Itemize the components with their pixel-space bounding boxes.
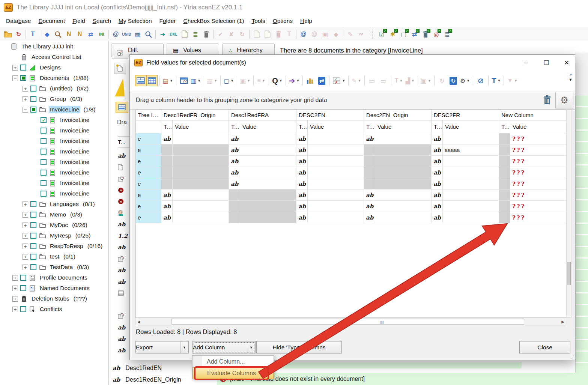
refresh-selection-icon[interactable]: ↻ xyxy=(237,29,248,39)
type-cell[interactable] xyxy=(364,167,375,178)
tree-checkbox[interactable] xyxy=(41,128,47,134)
value-cell[interactable] xyxy=(308,167,364,178)
type-cell[interactable]: ab xyxy=(296,212,308,223)
target-check-icon[interactable]: ◎✓ xyxy=(431,29,442,39)
at-disabled-icon[interactable]: @ xyxy=(309,29,320,39)
type-cell[interactable] xyxy=(161,144,173,155)
subheader-value[interactable]: Value xyxy=(443,120,499,133)
tree-info-cell[interactable]: e xyxy=(136,189,161,200)
value-cell[interactable] xyxy=(443,201,499,212)
maximize-button[interactable]: ☐ xyxy=(538,56,555,69)
value-cell[interactable] xyxy=(375,212,432,223)
column-list-icon[interactable]: ▤▼ xyxy=(206,75,218,86)
export-dropdown-arrow[interactable]: ▼ xyxy=(180,341,188,353)
tree-item-profile-documents[interactable]: +Profile Documents xyxy=(0,272,108,283)
type-cell[interactable] xyxy=(499,189,510,200)
value-cell[interactable] xyxy=(240,212,296,223)
expand-icon[interactable]: + xyxy=(12,307,18,312)
tree-item-invoiceline[interactable]: InvoiceLine xyxy=(0,136,108,146)
swap-check-icon[interactable]: ⇄✓ xyxy=(409,29,420,39)
expand-icon[interactable]: + xyxy=(23,244,28,249)
type-cell[interactable]: ab xyxy=(432,167,443,178)
expand-icon[interactable]: + xyxy=(12,65,18,71)
export-doc-icon[interactable]: ➔ xyxy=(157,29,168,39)
new-page-button[interactable]: ✱ xyxy=(114,63,126,74)
title-doc-disabled-icon[interactable]: T xyxy=(284,29,295,39)
type-cell[interactable]: ab xyxy=(432,156,443,167)
grid-vertical-scrollbar[interactable] xyxy=(566,110,571,318)
tree-checkbox[interactable] xyxy=(41,180,47,186)
trash-check-icon[interactable]: ✓ xyxy=(420,29,431,39)
tree-checkbox[interactable] xyxy=(41,191,47,197)
subheader-type[interactable]: T... xyxy=(499,120,510,133)
type-cell[interactable] xyxy=(229,201,240,212)
tree-item-the-library-jjjj-init[interactable]: The Library JJJJ init xyxy=(0,41,108,52)
settings-save-icon[interactable]: ⚙▼ xyxy=(459,75,471,86)
tree-checkbox[interactable] xyxy=(30,233,36,239)
type-cell[interactable]: ab xyxy=(229,156,240,167)
tree-item-invoiceline[interactable]: InvoiceLine xyxy=(0,146,108,157)
expand-icon[interactable]: + xyxy=(12,275,18,281)
value-cell[interactable] xyxy=(173,189,229,200)
tree-item-deletion-stubs[interactable]: +Deletion Stubs(???) xyxy=(0,293,108,304)
type-cell[interactable] xyxy=(161,178,173,189)
grid-data-row[interactable]: eababab??? xyxy=(136,156,566,167)
search-icon[interactable]: Q▼ xyxy=(271,75,283,86)
tree-item-invoiceline[interactable]: InvoiceLine xyxy=(0,188,108,199)
type-cell[interactable]: ab xyxy=(296,178,308,189)
check-selection-icon[interactable]: ✔ xyxy=(215,29,226,39)
collapse-icon[interactable]: − xyxy=(23,107,28,113)
column-header-desc2en[interactable]: DESC2EN xyxy=(296,110,364,120)
grid-data-row[interactable]: eababab??? xyxy=(136,167,566,178)
tree-item-mydoc[interactable]: +MyDoc(0/26) xyxy=(0,220,108,230)
tree-checkbox[interactable] xyxy=(30,222,36,228)
value-cell[interactable] xyxy=(240,189,296,200)
type-cell[interactable] xyxy=(499,144,510,155)
menu-field[interactable]: Field xyxy=(69,16,89,26)
close-button[interactable]: Close xyxy=(519,341,570,353)
grid-data-row[interactable]: eabababab??? xyxy=(136,189,566,201)
value-cell[interactable] xyxy=(443,167,499,178)
doc-search-icon[interactable] xyxy=(143,29,154,39)
open-database-icon[interactable] xyxy=(2,29,13,39)
doc-copy-check-icon[interactable]: ▢✓ xyxy=(398,29,409,39)
hide-type-columns-button[interactable]: Hide 'Type' Columns xyxy=(256,341,342,353)
tree-checkbox[interactable] xyxy=(30,107,36,113)
subheader-blank[interactable] xyxy=(136,120,161,133)
tree-checkbox[interactable] xyxy=(41,138,47,144)
type-cell[interactable] xyxy=(499,133,510,144)
type-cell[interactable]: ab xyxy=(432,189,443,200)
paste-append-icon[interactable]: ≡▼ xyxy=(256,75,267,86)
clear-grouping-button[interactable] xyxy=(539,95,555,105)
value-cell[interactable] xyxy=(173,156,229,167)
menu-options[interactable]: Options xyxy=(269,16,296,26)
value-cell[interactable] xyxy=(308,144,364,155)
expand-icon[interactable]: + xyxy=(12,286,18,291)
uncheck-selection-icon[interactable]: ✘ xyxy=(226,29,237,39)
grid-data-row[interactable]: eabababaaaaa??? xyxy=(136,144,566,156)
subheader-type[interactable]: T... xyxy=(161,120,173,133)
tree-item-invoiceline[interactable]: InvoiceLine xyxy=(0,115,108,125)
film-row-icon[interactable]: ▭ xyxy=(367,75,378,86)
search-results-button[interactable]: ✗✓ xyxy=(112,47,128,59)
tree-checkbox[interactable] xyxy=(30,254,36,260)
tree-info-cell[interactable]: e xyxy=(136,178,161,189)
value-cell[interactable]: ??? xyxy=(510,178,567,189)
dxl-export-icon[interactable]: DXL xyxy=(168,29,179,39)
type-cell[interactable]: ab xyxy=(432,201,443,212)
scroll-left-arrow[interactable]: ◀ xyxy=(137,320,140,324)
value-cell[interactable]: ??? xyxy=(510,212,567,223)
tree-item-memo[interactable]: +Memo(0/3) xyxy=(0,209,108,220)
type-cell[interactable]: ab xyxy=(229,167,240,178)
value-cell[interactable] xyxy=(308,178,364,189)
type-cell[interactable] xyxy=(229,189,240,200)
grid-data-row[interactable]: eababab??? xyxy=(136,178,566,189)
type-cell[interactable]: ab xyxy=(432,133,443,144)
checkbox-report-icon[interactable]: ☑✓ xyxy=(376,29,387,39)
type-cell[interactable]: ab xyxy=(296,167,308,178)
minimize-button[interactable]: – xyxy=(518,56,534,69)
ini-icon[interactable]: INI xyxy=(96,29,107,39)
grouping-zone[interactable]: Drag a column header to this grouping zo… xyxy=(130,91,575,110)
type-cell[interactable]: ab xyxy=(432,144,443,155)
type-cell[interactable] xyxy=(161,156,173,167)
